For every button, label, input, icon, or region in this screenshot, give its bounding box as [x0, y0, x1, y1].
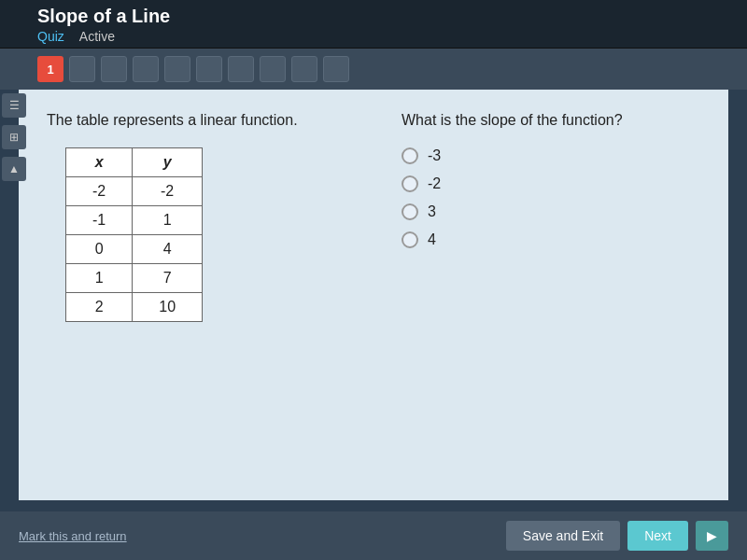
sidebar-icon-1[interactable]: ☰ — [2, 93, 26, 118]
mark-return-link[interactable]: Mark this and return — [19, 529, 127, 543]
main-content: The table represents a linear function. … — [19, 90, 728, 500]
bottom-bar: Mark this and return Save and Exit Next … — [0, 511, 747, 560]
question-number-10[interactable] — [323, 56, 349, 82]
table-cell-r4-c0: 2 — [66, 293, 133, 322]
slope-question: What is the slope of the function? — [402, 112, 700, 129]
table-cell-r3-c0: 1 — [66, 264, 133, 293]
answer-option-0[interactable]: -3 — [402, 147, 700, 164]
answer-option-3[interactable]: 4 — [402, 231, 700, 248]
table-cell-r0-c0: -2 — [66, 177, 133, 206]
radio-1[interactable] — [402, 175, 418, 192]
question-number-5[interactable] — [164, 56, 190, 82]
save-exit-button[interactable]: Save and Exit — [506, 521, 620, 551]
radio-2[interactable] — [402, 203, 418, 220]
answer-option-2[interactable]: 3 — [402, 203, 700, 220]
table-cell-r2-c1: 4 — [133, 235, 203, 264]
table-header-y: y — [133, 148, 203, 177]
table-cell-r1-c0: -1 — [66, 206, 133, 235]
left-sidebar: ☰ ⊞ ▲ — [0, 93, 28, 181]
question-number-7[interactable] — [228, 56, 254, 82]
bottom-buttons: Save and Exit Next ▶ — [506, 521, 728, 551]
next-arrow-button[interactable]: ▶ — [696, 521, 728, 551]
active-label: Active — [79, 29, 115, 44]
question-number-8[interactable] — [260, 56, 286, 82]
answer-label-2: 3 — [428, 203, 436, 220]
answer-options: -3-234 — [402, 147, 700, 248]
radio-3[interactable] — [402, 231, 418, 248]
radio-0[interactable] — [402, 147, 418, 164]
left-section: The table represents a linear function. … — [47, 112, 345, 478]
question-number-3[interactable] — [101, 56, 127, 82]
right-section: What is the slope of the function? -3-23… — [402, 112, 700, 478]
table-cell-r4-c1: 10 — [133, 293, 203, 322]
question-number-1[interactable]: 1 — [37, 56, 63, 82]
sidebar-icon-2[interactable]: ⊞ — [2, 125, 26, 149]
data-table: x y -2-2-110417210 — [65, 147, 203, 322]
sidebar-icon-up[interactable]: ▲ — [2, 157, 26, 181]
next-button[interactable]: Next — [627, 521, 688, 551]
question-number-2[interactable] — [69, 56, 95, 82]
table-cell-r0-c1: -2 — [133, 177, 203, 206]
table-header-x: x — [66, 148, 133, 177]
answer-label-0: -3 — [428, 147, 441, 164]
question-number-6[interactable] — [196, 56, 222, 82]
header-subtitle: Quiz Active — [37, 29, 736, 44]
answer-label-1: -2 — [428, 175, 441, 192]
question-number-4[interactable] — [133, 56, 159, 82]
table-cell-r1-c1: 1 — [133, 206, 203, 235]
table-cell-r3-c1: 7 — [133, 264, 203, 293]
answer-label-3: 4 — [428, 231, 436, 248]
answer-option-1[interactable]: -2 — [402, 175, 700, 192]
quiz-label: Quiz — [37, 29, 64, 44]
question-text-left: The table represents a linear function. — [47, 112, 345, 129]
question-number-9[interactable] — [291, 56, 317, 82]
question-bar: 1 — [0, 49, 747, 90]
table-cell-r2-c0: 0 — [66, 235, 133, 264]
header: Slope of a Line Quiz Active — [0, 0, 747, 49]
page-title: Slope of a Line — [37, 6, 736, 27]
